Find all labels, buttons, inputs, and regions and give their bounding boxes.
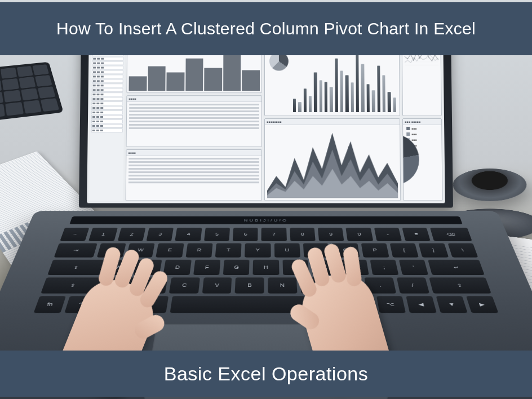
touch-bar: NUBIJI/U/O [69,216,462,224]
svg-point-13 [428,57,429,57]
laptop: ■■■■■■■ [55,32,477,364]
header-banner: How To Insert A Clustered Column Pivot C… [0,2,532,55]
laptop-screen-frame: ■■■■■■■ [79,32,453,207]
calculator [0,62,64,122]
panel-pie-chart: ■■■ ■■■■■ ■■■■■■■■■■■■ [402,118,443,201]
panel-title: ■■■■■■■■ [265,119,400,125]
right-sidebar-panels: ■■■■ ■■■■ ■■■■ [126,42,262,201]
svg-point-6 [407,59,408,59]
big-pie-icon [402,134,419,185]
page-subtitle: Basic Excel Operations [164,363,369,385]
panel-title: ■■■ ■■■■■ [403,119,441,125]
footer-banner: Basic Excel Operations [0,351,532,397]
sidebar-data-list [89,42,125,201]
page-title: How To Insert A Clustered Column Pivot C… [56,17,476,41]
desk-scene: ■■■■■■■ [0,0,532,399]
laptop-screen: ■■■■■■■ [87,40,445,203]
panel-area-chart: ■■■■■■■■ [264,118,401,201]
dashboard: ■■■■■■■ [87,40,445,203]
